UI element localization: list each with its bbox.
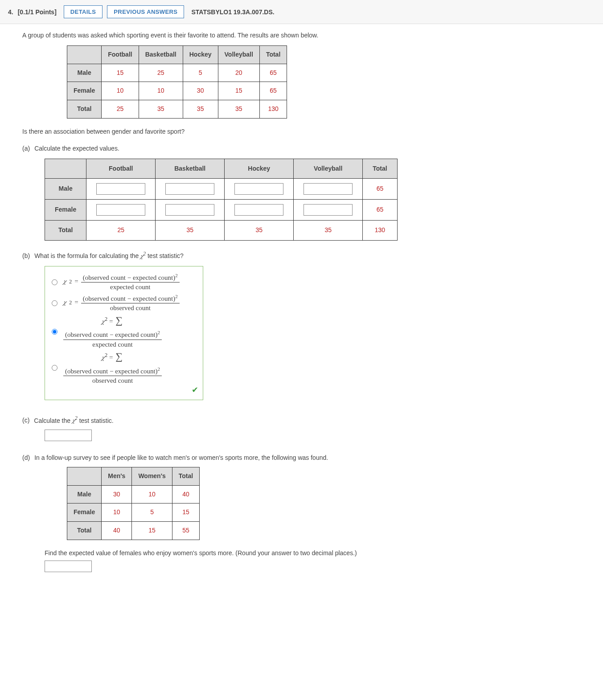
part-c-lead: Calculate the — [34, 417, 72, 424]
table-row: Total 25 35 35 35 130 — [67, 100, 287, 119]
part-c-tail: test statistic. — [78, 417, 114, 424]
cell: 130 — [259, 100, 287, 119]
table-row: Male 65 — [45, 179, 398, 200]
formula-choices-box: 𝜒2 = (observed count − expected count)2 … — [45, 266, 203, 400]
row-header: Male — [45, 179, 86, 200]
col-header: Men's — [102, 467, 132, 485]
table-row: Total 25 35 35 35 130 — [45, 221, 398, 241]
row-header: Female — [67, 82, 102, 100]
table-corner — [45, 159, 86, 179]
question-content: A group of students was asked which spor… — [0, 24, 603, 590]
col-header: Basketball — [156, 159, 225, 179]
cell: 15 — [102, 64, 139, 82]
part-d-label: (d)In a follow-up survey to see if peopl… — [22, 453, 581, 463]
col-header: Football — [86, 159, 156, 179]
expected-table: Football Basketball Hockey Volleyball To… — [45, 159, 398, 241]
expected-input-female-hockey[interactable] — [234, 204, 283, 216]
details-button[interactable]: DETAILS — [64, 5, 103, 18]
question-header: 4. [0.1/1 Points] DETAILS PREVIOUS ANSWE… — [0, 0, 603, 24]
row-header: Male — [67, 485, 102, 504]
formula-option-2: 𝜒2 = (observed count − expected count)2 … — [63, 294, 180, 312]
col-header: Total — [259, 45, 287, 64]
expected-female-womens-input[interactable] — [45, 561, 92, 572]
col-header: Women's — [132, 467, 172, 485]
cell: 65 — [363, 200, 397, 221]
question-reference: STATSBYLO1 19.3A.007.DS. — [191, 8, 274, 16]
expected-input-female-volleyball[interactable] — [304, 204, 353, 216]
cell: 20 — [218, 64, 259, 82]
cell: 65 — [259, 82, 287, 100]
expected-input-female-basketball[interactable] — [165, 204, 214, 216]
cell: 25 — [86, 221, 156, 241]
row-header: Total — [67, 100, 102, 119]
cell: 35 — [225, 221, 294, 241]
part-a-label: (a)Calculate the expected values. — [22, 143, 581, 154]
part-b-tail: test statistic? — [146, 252, 184, 259]
cell: 30 — [102, 485, 132, 504]
table-row: Female 65 — [45, 200, 398, 221]
cell: 25 — [139, 64, 183, 82]
row-header: Total — [67, 522, 102, 540]
table-row: Female 10 5 15 — [67, 504, 200, 522]
table-row: Male 15 25 5 20 65 — [67, 64, 287, 82]
col-header: Total — [172, 467, 199, 485]
part-c-label: (c)Calculate the 𝜒2 test statistic. — [22, 414, 581, 426]
cell: 130 — [363, 221, 397, 241]
expected-input-female-football[interactable] — [96, 204, 145, 216]
row-header: Male — [67, 64, 102, 82]
expected-input-male-volleyball[interactable] — [304, 183, 353, 195]
table-row: Female 10 10 30 15 65 — [67, 82, 287, 100]
cell: 15 — [132, 522, 172, 540]
formula-option-2-radio[interactable] — [52, 300, 57, 306]
cell: 10 — [102, 504, 132, 522]
part-d-text: In a follow-up survey to see if people l… — [34, 454, 328, 461]
cell: 30 — [183, 82, 218, 100]
cell: 40 — [102, 522, 132, 540]
cell: 5 — [132, 504, 172, 522]
table-row: Total 40 15 55 — [67, 522, 200, 540]
cell: 5 — [183, 64, 218, 82]
chi-square-input[interactable] — [45, 430, 92, 441]
formula-option-4: 𝜒2 = ∑ (observed count − expected count)… — [63, 351, 162, 385]
table-row: Male 30 10 40 — [67, 485, 200, 504]
cell: 65 — [259, 64, 287, 82]
question-number: 4. — [8, 8, 13, 16]
table-corner — [67, 467, 102, 485]
table-corner — [67, 45, 102, 64]
part-b-label: (b)What is the formula for calculating t… — [22, 250, 581, 261]
cell: 25 — [102, 100, 139, 119]
cell: 35 — [156, 221, 225, 241]
previous-answers-button[interactable]: PREVIOUS ANSWERS — [107, 5, 184, 18]
cell: 15 — [218, 82, 259, 100]
col-header: Football — [102, 45, 139, 64]
formula-option-4-radio[interactable] — [52, 365, 57, 371]
row-header: Female — [45, 200, 86, 221]
formula-option-1: 𝜒2 = (observed count − expected count)2 … — [63, 273, 180, 291]
expected-input-male-basketball[interactable] — [165, 183, 214, 195]
formula-option-1-radio[interactable] — [52, 279, 57, 285]
question-prompt: A group of students was asked which spor… — [22, 30, 581, 41]
cell: 40 — [172, 485, 199, 504]
points-label: [0.1/1 Points] — [18, 8, 57, 16]
cell: 35 — [183, 100, 218, 119]
cell: 35 — [139, 100, 183, 119]
row-header: Total — [45, 221, 86, 241]
cell: 35 — [294, 221, 363, 241]
checkmark-icon: ✔ — [192, 383, 198, 397]
expected-input-male-football[interactable] — [96, 183, 145, 195]
formula-option-3-radio[interactable] — [52, 329, 57, 335]
formula-option-3: 𝜒2 = ∑ (observed count − expected count)… — [63, 315, 162, 348]
subquestion: Is there an association between gender a… — [22, 127, 581, 137]
col-header: Volleyball — [294, 159, 363, 179]
cell: 10 — [102, 82, 139, 100]
cell: 35 — [218, 100, 259, 119]
cell: 10 — [139, 82, 183, 100]
col-header: Hockey — [225, 159, 294, 179]
cell: 15 — [172, 504, 199, 522]
observed-table: Football Basketball Hockey Volleyball To… — [67, 45, 287, 119]
col-header: Hockey — [183, 45, 218, 64]
col-header: Total — [363, 159, 397, 179]
cell: 55 — [172, 522, 199, 540]
row-header: Female — [67, 504, 102, 522]
expected-input-male-hockey[interactable] — [234, 183, 283, 195]
